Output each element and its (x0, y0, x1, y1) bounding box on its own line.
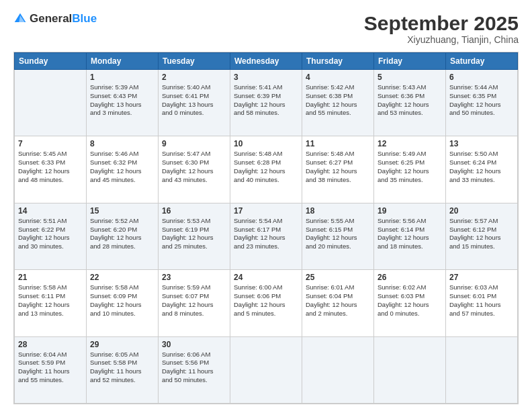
day-number: 28 (18, 340, 83, 349)
table-cell: 16Sunrise: 5:53 AM Sunset: 6:19 PM Dayli… (159, 203, 230, 269)
logo-text: GeneralBlue (30, 12, 97, 26)
table-cell: 17Sunrise: 5:54 AM Sunset: 6:17 PM Dayli… (230, 203, 302, 269)
table-cell: 28Sunrise: 6:04 AM Sunset: 5:59 PM Dayli… (15, 336, 87, 403)
day-number: 5 (378, 73, 442, 82)
table-cell: 19Sunrise: 5:56 AM Sunset: 6:14 PM Dayli… (374, 203, 446, 269)
day-number: 20 (449, 206, 514, 216)
table-cell: 26Sunrise: 6:02 AM Sunset: 6:03 PM Dayli… (374, 270, 446, 336)
logo-general: General (30, 12, 72, 25)
day-info: Sunrise: 5:55 AM Sunset: 6:15 PM Dayligh… (306, 217, 370, 251)
day-number: 30 (162, 340, 226, 349)
day-number: 18 (306, 206, 370, 216)
table-row: 21Sunrise: 5:58 AM Sunset: 6:11 PM Dayli… (15, 270, 518, 336)
day-number: 16 (162, 206, 226, 216)
table-cell (302, 336, 374, 403)
header: GeneralBlue September 2025 Xiyuzhuang, T… (13, 12, 519, 45)
day-number: 11 (306, 139, 370, 148)
day-number: 6 (449, 73, 514, 82)
col-wednesday: Wednesday (230, 53, 302, 70)
calendar: Sunday Monday Tuesday Wednesday Thursday… (13, 52, 519, 404)
day-number: 13 (449, 139, 514, 148)
col-friday: Friday (374, 53, 446, 70)
month-title: September 2025 (364, 12, 519, 34)
day-info: Sunrise: 5:57 AM Sunset: 6:12 PM Dayligh… (449, 217, 514, 251)
day-info: Sunrise: 6:01 AM Sunset: 6:04 PM Dayligh… (306, 283, 370, 318)
table-cell: 27Sunrise: 6:03 AM Sunset: 6:01 PM Dayli… (446, 270, 518, 336)
page: GeneralBlue September 2025 Xiyuzhuang, T… (0, 0, 532, 411)
table-cell: 11Sunrise: 5:48 AM Sunset: 6:27 PM Dayli… (302, 136, 374, 203)
calendar-table: Sunday Monday Tuesday Wednesday Thursday… (14, 52, 518, 404)
day-info: Sunrise: 6:06 AM Sunset: 5:56 PM Dayligh… (162, 351, 226, 385)
logo-icon (13, 12, 27, 26)
day-info: Sunrise: 5:52 AM Sunset: 6:20 PM Dayligh… (90, 217, 154, 251)
header-row: Sunday Monday Tuesday Wednesday Thursday… (15, 53, 518, 70)
table-cell (15, 70, 87, 136)
table-cell: 29Sunrise: 6:05 AM Sunset: 5:58 PM Dayli… (87, 336, 159, 403)
logo: GeneralBlue (13, 12, 97, 26)
table-cell: 22Sunrise: 5:58 AM Sunset: 6:09 PM Dayli… (87, 270, 159, 336)
day-number: 4 (306, 73, 370, 82)
day-info: Sunrise: 6:03 AM Sunset: 6:01 PM Dayligh… (449, 283, 514, 318)
day-number: 1 (90, 73, 154, 82)
day-info: Sunrise: 5:47 AM Sunset: 6:30 PM Dayligh… (162, 150, 226, 184)
day-info: Sunrise: 5:41 AM Sunset: 6:39 PM Dayligh… (234, 83, 298, 118)
table-cell: 23Sunrise: 5:59 AM Sunset: 6:07 PM Dayli… (159, 270, 230, 336)
day-info: Sunrise: 5:48 AM Sunset: 6:28 PM Dayligh… (234, 150, 298, 184)
table-cell: 24Sunrise: 6:00 AM Sunset: 6:06 PM Dayli… (230, 270, 302, 336)
day-info: Sunrise: 5:53 AM Sunset: 6:19 PM Dayligh… (162, 217, 226, 251)
day-info: Sunrise: 5:58 AM Sunset: 6:11 PM Dayligh… (18, 283, 83, 318)
table-cell: 1Sunrise: 5:39 AM Sunset: 6:43 PM Daylig… (87, 70, 159, 136)
day-number: 29 (90, 340, 154, 349)
day-number: 24 (234, 273, 298, 282)
day-info: Sunrise: 5:48 AM Sunset: 6:27 PM Dayligh… (306, 150, 370, 184)
table-cell: 2Sunrise: 5:40 AM Sunset: 6:41 PM Daylig… (159, 70, 230, 136)
day-number: 19 (378, 206, 442, 216)
table-cell: 12Sunrise: 5:49 AM Sunset: 6:25 PM Dayli… (374, 136, 446, 203)
day-number: 25 (306, 273, 370, 282)
table-row: 7Sunrise: 5:45 AM Sunset: 6:33 PM Daylig… (15, 136, 518, 203)
day-number: 15 (90, 206, 154, 216)
table-cell (374, 336, 446, 403)
day-info: Sunrise: 5:51 AM Sunset: 6:22 PM Dayligh… (18, 217, 83, 251)
table-cell: 4Sunrise: 5:42 AM Sunset: 6:38 PM Daylig… (302, 70, 374, 136)
table-cell: 6Sunrise: 5:44 AM Sunset: 6:35 PM Daylig… (446, 70, 518, 136)
day-number: 2 (162, 73, 226, 82)
day-info: Sunrise: 6:04 AM Sunset: 5:59 PM Dayligh… (18, 351, 83, 385)
col-monday: Monday (87, 53, 159, 70)
title-block: September 2025 Xiyuzhuang, Tianjin, Chin… (364, 12, 519, 45)
table-cell: 8Sunrise: 5:46 AM Sunset: 6:32 PM Daylig… (87, 136, 159, 203)
day-info: Sunrise: 5:50 AM Sunset: 6:24 PM Dayligh… (449, 150, 514, 184)
day-info: Sunrise: 5:42 AM Sunset: 6:38 PM Dayligh… (306, 83, 370, 118)
day-number: 7 (18, 139, 83, 148)
day-number: 12 (378, 139, 442, 148)
table-cell: 14Sunrise: 5:51 AM Sunset: 6:22 PM Dayli… (15, 203, 87, 269)
table-cell: 15Sunrise: 5:52 AM Sunset: 6:20 PM Dayli… (87, 203, 159, 269)
table-cell (446, 336, 518, 403)
day-number: 9 (162, 139, 226, 148)
day-number: 10 (234, 139, 298, 148)
table-row: 28Sunrise: 6:04 AM Sunset: 5:59 PM Dayli… (15, 336, 518, 403)
day-info: Sunrise: 5:45 AM Sunset: 6:33 PM Dayligh… (18, 150, 83, 184)
logo-blue: Blue (72, 12, 97, 25)
day-number: 22 (90, 273, 154, 282)
col-saturday: Saturday (446, 53, 518, 70)
col-thursday: Thursday (302, 53, 374, 70)
location: Xiyuzhuang, Tianjin, China (364, 34, 519, 45)
day-number: 14 (18, 206, 83, 216)
day-info: Sunrise: 5:40 AM Sunset: 6:41 PM Dayligh… (162, 83, 226, 118)
day-number: 8 (90, 139, 154, 148)
table-cell: 10Sunrise: 5:48 AM Sunset: 6:28 PM Dayli… (230, 136, 302, 203)
day-info: Sunrise: 5:58 AM Sunset: 6:09 PM Dayligh… (90, 283, 154, 318)
table-cell: 30Sunrise: 6:06 AM Sunset: 5:56 PM Dayli… (159, 336, 230, 403)
table-row: 14Sunrise: 5:51 AM Sunset: 6:22 PM Dayli… (15, 203, 518, 269)
day-info: Sunrise: 6:00 AM Sunset: 6:06 PM Dayligh… (234, 283, 298, 318)
table-cell: 20Sunrise: 5:57 AM Sunset: 6:12 PM Dayli… (446, 203, 518, 269)
day-number: 21 (18, 273, 83, 282)
table-cell: 5Sunrise: 5:43 AM Sunset: 6:36 PM Daylig… (374, 70, 446, 136)
day-info: Sunrise: 5:49 AM Sunset: 6:25 PM Dayligh… (378, 150, 442, 184)
col-tuesday: Tuesday (159, 53, 230, 70)
day-info: Sunrise: 5:56 AM Sunset: 6:14 PM Dayligh… (378, 217, 442, 251)
day-number: 3 (234, 73, 298, 82)
day-info: Sunrise: 5:39 AM Sunset: 6:43 PM Dayligh… (90, 83, 154, 118)
day-number: 27 (449, 273, 514, 282)
